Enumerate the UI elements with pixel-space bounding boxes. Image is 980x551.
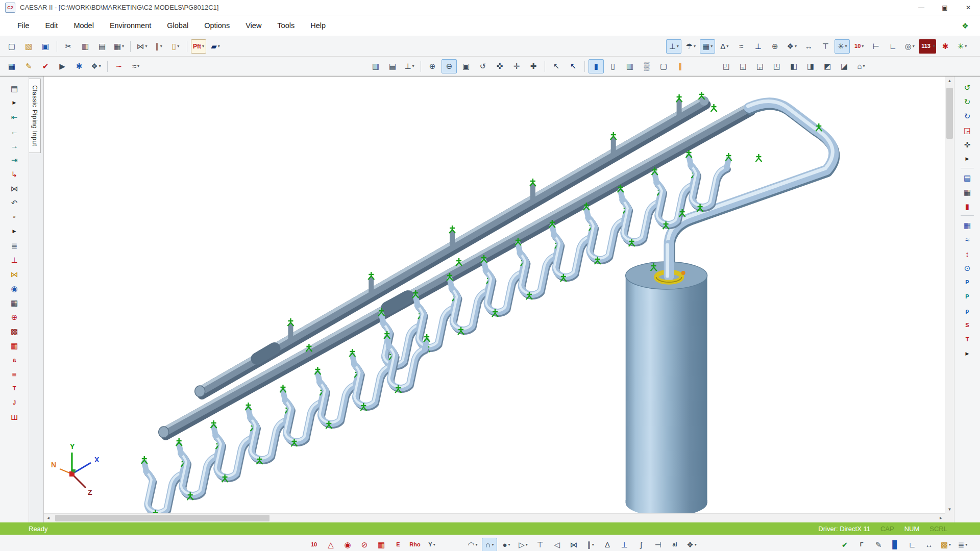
- insert-component-icon[interactable]: ▯: [168, 39, 183, 54]
- minimize-button[interactable]: —: [910, 0, 933, 15]
- tab-classic-piping-input[interactable]: Classic Piping Input: [29, 79, 41, 153]
- select-icon[interactable]: ↖: [549, 59, 564, 73]
- vertical-scrollbar[interactable]: ▲ ▼: [945, 77, 954, 514]
- valve-flange-icon[interactable]: ⋈: [6, 182, 23, 195]
- last-element-icon[interactable]: ⇥: [6, 153, 23, 166]
- render-translucent-icon[interactable]: ▒: [639, 59, 654, 73]
- horizontal-scroll-thumb[interactable]: [55, 515, 270, 521]
- zoom-out-icon[interactable]: ⊖: [442, 59, 457, 73]
- list-more-icon[interactable]: ≣: [955, 538, 970, 551]
- view-cube-icon[interactable]: ◲: [959, 123, 976, 137]
- next-element-icon[interactable]: →: [6, 139, 23, 152]
- open-folder-icon[interactable]: ▧: [21, 39, 36, 54]
- zoom-window-icon[interactable]: ▣: [458, 59, 474, 73]
- palette-icon[interactable]: ▩: [938, 538, 953, 551]
- elbow-icon[interactable]: Γ: [854, 538, 869, 551]
- render-wireframe-icon[interactable]: ▥: [622, 59, 638, 73]
- force-tool-icon[interactable]: Δ: [717, 39, 732, 54]
- exclude-icon[interactable]: ⊘: [357, 538, 372, 551]
- refresh-plot-icon[interactable]: ✱: [938, 39, 953, 54]
- insert-flange-icon[interactable]: ∥: [151, 39, 166, 54]
- density-icon[interactable]: ρ: [959, 304, 976, 317]
- text-annotation-button[interactable]: aI: [667, 538, 682, 551]
- scroll-up-button[interactable]: ▲: [945, 77, 954, 85]
- snubber-icon[interactable]: ⊣: [650, 538, 666, 551]
- check-model-icon[interactable]: ✔: [837, 538, 852, 551]
- print-plot-icon[interactable]: ▦: [959, 185, 976, 198]
- block-ops-icon[interactable]: ▩: [6, 324, 23, 338]
- scroll-left-button[interactable]: ◄: [44, 514, 53, 522]
- restraint-display-icon[interactable]: ⊥: [402, 59, 417, 73]
- render-silhouette-icon[interactable]: ▯: [605, 59, 621, 73]
- model-viewport[interactable]: Y X Z N ▲ ▼ ◄ ►: [44, 77, 954, 522]
- menu-tools[interactable]: Tools: [276, 20, 296, 31]
- menu-file[interactable]: File: [16, 20, 30, 31]
- view-custom-icon[interactable]: ◪: [837, 59, 852, 73]
- expand-panel-icon[interactable]: ▶: [6, 96, 23, 109]
- valve-db-icon[interactable]: ⋈: [6, 267, 23, 281]
- reports-icon[interactable]: ▤: [959, 171, 976, 184]
- insert-element-icon[interactable]: ▥: [368, 59, 383, 73]
- view-right-icon[interactable]: ◳: [769, 59, 785, 73]
- dynamics-icon[interactable]: ∼: [111, 59, 127, 73]
- flag-insert-icon[interactable]: ❖: [684, 538, 699, 551]
- view-front-icon[interactable]: ◧: [786, 59, 801, 73]
- scroll-down-button[interactable]: ▼: [945, 505, 954, 514]
- stress-icon[interactable]: S: [959, 318, 976, 332]
- pan-icon[interactable]: ✜: [492, 59, 507, 73]
- valve-insert-icon[interactable]: ⋈: [566, 538, 581, 551]
- cut-icon[interactable]: ✂: [61, 39, 76, 54]
- vertical-scroll-thumb[interactable]: [946, 88, 953, 139]
- tee-tool-icon[interactable]: ⊤: [818, 39, 833, 54]
- hanger-list-icon[interactable]: J: [6, 396, 23, 409]
- more-tools-icon[interactable]: »: [6, 210, 23, 223]
- expand-right-icon[interactable]: ▶: [959, 152, 976, 165]
- stress-target-icon[interactable]: ◉: [340, 538, 355, 551]
- web-tools-icon[interactable]: ◉: [6, 282, 23, 295]
- delta-icon[interactable]: Δ: [600, 538, 615, 551]
- view-iso-icon[interactable]: ◩: [820, 59, 835, 73]
- orbit-icon[interactable]: ↺: [475, 59, 491, 73]
- pressure2-icon[interactable]: P: [959, 290, 976, 303]
- view-top-icon[interactable]: ◰: [719, 59, 734, 73]
- rho-button[interactable]: Rho: [407, 538, 423, 551]
- menu-help[interactable]: Help: [309, 20, 327, 31]
- restraint-editor-icon[interactable]: ⊥: [6, 253, 23, 266]
- close-button[interactable]: ✕: [957, 0, 980, 15]
- view-left-icon[interactable]: ◲: [752, 59, 768, 73]
- analysis-flag-icon[interactable]: ❖: [88, 59, 104, 73]
- render-shaded-icon[interactable]: ▮: [589, 59, 604, 73]
- angle-icon[interactable]: ∟: [904, 538, 920, 551]
- rotate-z-icon[interactable]: ↻: [959, 109, 976, 122]
- model-options-icon[interactable]: ▰: [208, 39, 223, 54]
- clock-icon[interactable]: ⊙: [959, 261, 976, 274]
- archive-icon[interactable]: ▦: [6, 296, 23, 309]
- branch-icon[interactable]: Y: [424, 538, 439, 551]
- classic-input-icon[interactable]: ✎: [21, 59, 36, 73]
- expand-tools-icon[interactable]: ▶: [6, 224, 23, 238]
- select-window-icon[interactable]: ↖: [566, 59, 581, 73]
- temp2-icon[interactable]: T: [959, 333, 976, 346]
- projection-icon[interactable]: ⌂: [853, 59, 869, 73]
- menu-options[interactable]: Options: [203, 20, 231, 31]
- dimension2-icon[interactable]: ↔: [921, 538, 937, 551]
- move-icon[interactable]: ✛: [509, 59, 524, 73]
- pft-tool-button[interactable]: Pft: [191, 39, 206, 54]
- menu-global[interactable]: Global: [166, 20, 189, 31]
- anchor-tool-icon[interactable]: ⊥: [750, 39, 766, 54]
- list-options-icon[interactable]: ≣: [6, 239, 23, 252]
- flag-node-icon[interactable]: ❖: [784, 39, 799, 54]
- spectrum-icon[interactable]: ≈: [128, 59, 143, 73]
- node-increment-button[interactable]: 10: [851, 39, 867, 54]
- scroll-right-button[interactable]: ►: [937, 514, 945, 522]
- element-sheet-icon[interactable]: ▤: [385, 59, 400, 73]
- vessel[interactable]: [626, 262, 707, 514]
- nozzle-tool-icon[interactable]: ⊕: [767, 39, 782, 54]
- insert-valve-icon[interactable]: ⋈: [134, 39, 150, 54]
- menu-edit[interactable]: Edit: [44, 20, 59, 31]
- input-list-icon[interactable]: ▦: [4, 59, 19, 73]
- error-check-icon[interactable]: ✔: [38, 59, 53, 73]
- save-icon[interactable]: ▣: [38, 39, 53, 54]
- flange-insert-icon[interactable]: ∥: [583, 538, 598, 551]
- notes-icon[interactable]: ≡: [6, 367, 23, 381]
